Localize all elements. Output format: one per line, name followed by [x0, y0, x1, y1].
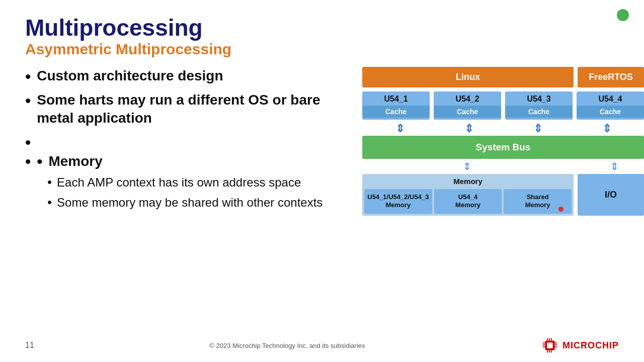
cpu-arrows-row: ⇕ ⇕ ⇕ ⇕	[362, 122, 644, 136]
mem-cell-1: U54_1/U54_2/U54_3Memory	[364, 189, 432, 214]
svg-rect-6	[555, 344, 557, 345]
os-row: Linux FreeRTOS	[362, 67, 644, 87]
cpu-u54-2: U54_2 Cache	[434, 92, 501, 120]
memory-label: • Memory	[25, 152, 103, 171]
svg-rect-2	[543, 342, 545, 343]
system-bus: System Bus	[362, 136, 644, 159]
arrow-4: ⇕	[602, 122, 611, 135]
bullet-2: Some harts may run a different OS or bar…	[25, 91, 347, 128]
logo-text: MICROCHIP	[562, 340, 619, 351]
svg-rect-4	[543, 346, 545, 347]
page-number: 11	[25, 341, 34, 350]
footer: 11 © 2023 Microchip Technology Inc. and …	[0, 336, 644, 355]
svg-rect-1	[547, 342, 552, 348]
sub-bullet-1: Each AMP context has its own address spa…	[47, 174, 323, 191]
cpu-u54-1: U54_1 Cache	[362, 92, 430, 120]
slide-subtitle: Asymmetric Multiprocessing	[25, 41, 619, 58]
memory-section: Memory U54_1/U54_2/U54_3Memory U54_4Memo…	[362, 174, 644, 216]
mem-cell-2: U54_4Memory	[434, 189, 502, 214]
arrow-2: ⇕	[464, 122, 473, 135]
bus-arrows-row: ⇕ ⇕	[362, 159, 644, 174]
bullet-1: Custom architecture design	[25, 67, 347, 86]
diagram: Linux FreeRTOS U54_1 Cache U54_2 Cache U…	[362, 67, 644, 216]
memory-group: Memory U54_1/U54_2/U54_3Memory U54_4Memo…	[362, 174, 574, 216]
svg-rect-10	[551, 338, 552, 341]
slide-title: Multiprocessing	[25, 15, 619, 41]
cpu-u54-4: U54_4 Cache	[577, 92, 644, 120]
bullet-3-memory: • Memory Each AMP context has its own ad…	[25, 133, 347, 215]
arrow-1: ⇕	[395, 122, 405, 135]
arrow-3: ⇕	[533, 122, 542, 135]
sub-bullet-2: Some memory may be shared with other con…	[47, 195, 323, 211]
cpu-row: U54_1 Cache U54_2 Cache U54_3 Cache U54_…	[362, 92, 644, 120]
bus-arrow-right: ⇕	[610, 160, 619, 172]
svg-rect-5	[555, 342, 557, 343]
svg-rect-12	[549, 350, 550, 353]
svg-rect-11	[547, 350, 548, 353]
io-block: I/O	[578, 174, 644, 216]
bus-arrow-left: ⇕	[463, 160, 471, 172]
microchip-logo: MICROCHIP	[540, 336, 619, 355]
freertos-bar: FreeRTOS	[578, 67, 644, 87]
svg-rect-7	[555, 346, 557, 347]
svg-rect-8	[547, 338, 548, 341]
bullet-list: Custom architecture design Some harts ma…	[25, 67, 347, 215]
copyright-text: © 2023 Microchip Technology Inc. and its…	[209, 342, 365, 349]
svg-rect-9	[549, 338, 550, 341]
microchip-logo-icon	[540, 336, 559, 355]
svg-rect-3	[543, 344, 545, 345]
memory-header: Memory	[362, 174, 574, 187]
svg-rect-13	[551, 350, 552, 353]
slide: Multiprocessing Asymmetric Multiprocessi…	[0, 0, 644, 362]
memory-cells: U54_1/U54_2/U54_3Memory U54_4Memory Shar…	[362, 187, 574, 216]
sub-list: Each AMP context has its own address spa…	[47, 174, 323, 215]
left-panel: Custom architecture design Some harts ma…	[25, 67, 347, 220]
green-dot-indicator	[617, 9, 629, 21]
cpu-u54-3: U54_3 Cache	[505, 92, 573, 120]
linux-bar: Linux	[362, 67, 574, 87]
right-panel: Linux FreeRTOS U54_1 Cache U54_2 Cache U…	[362, 67, 644, 220]
content-area: Custom architecture design Some harts ma…	[25, 67, 619, 220]
